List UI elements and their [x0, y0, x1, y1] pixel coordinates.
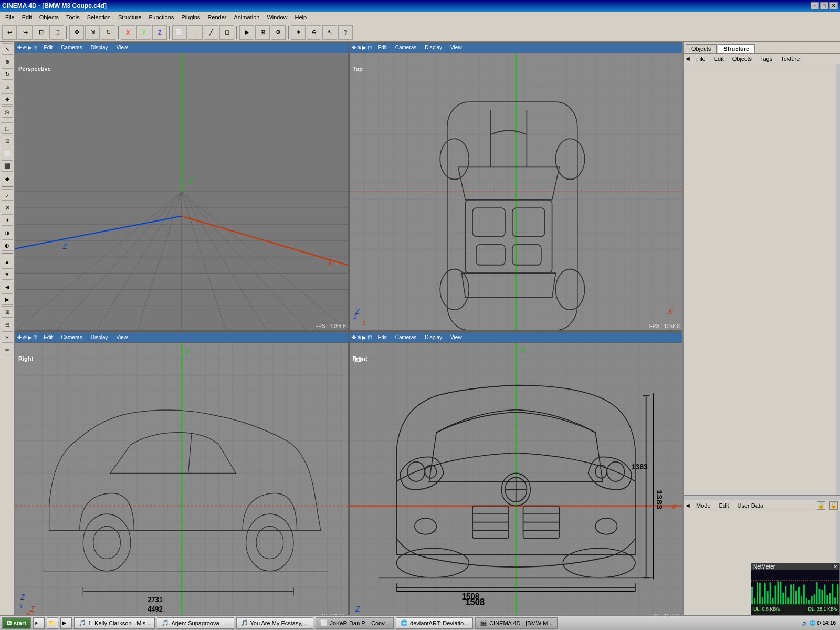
left-tool-15[interactable]: ◑ — [2, 227, 13, 238]
right-menu-icon[interactable]: ⊡ — [33, 334, 37, 340]
front-move-icon[interactable]: ✥ — [352, 334, 356, 340]
task-6[interactable]: 🎬 CINEMA 4D - [BMW M... — [475, 617, 557, 629]
right-menu-cameras[interactable]: Cameras — [59, 334, 85, 341]
left-tool-20[interactable]: ▶ — [2, 293, 13, 305]
task-5[interactable]: 🌐 deviantART: Deviatio... — [396, 617, 473, 629]
viewport-menu-icon[interactable]: ⊡ — [33, 45, 37, 50]
rect-selection-button[interactable]: ⬚ — [49, 25, 64, 40]
top-menu-edit[interactable]: Edit — [376, 44, 389, 51]
viewport-camera-icon[interactable]: ⊕ — [23, 45, 27, 50]
front-menu-view[interactable]: View — [448, 334, 464, 341]
left-tool-1[interactable]: ↖ — [2, 43, 13, 55]
object-mode-button[interactable]: ⬜ — [172, 25, 187, 40]
cursor-button[interactable]: ↖ — [322, 25, 337, 40]
render-region-button[interactable]: ⊞ — [255, 25, 270, 40]
right-menu-view[interactable]: View — [114, 334, 130, 341]
tray-icon-3[interactable]: ⚙ — [816, 620, 821, 626]
task-1[interactable]: 🎵 1. Kelly Clarkson - Mis... — [74, 617, 155, 629]
panel-menu-objects[interactable]: Objects — [730, 55, 754, 62]
media-button[interactable]: ▶ — [60, 617, 72, 629]
point-mode-button[interactable]: · — [188, 25, 203, 40]
front-menu-display[interactable]: Display — [423, 334, 444, 341]
left-tool-5[interactable]: ✥ — [2, 93, 13, 105]
front-menu-cameras[interactable]: Cameras — [393, 334, 419, 341]
edge-mode-button[interactable]: ╱ — [204, 25, 218, 40]
maximize-button[interactable]: □ — [820, 2, 828, 9]
task-4[interactable]: ⬜ JoKeR-Dan P. - Conv... — [316, 617, 394, 629]
redo-button[interactable]: ↪ — [18, 25, 33, 40]
render-settings-button[interactable]: ⚙ — [271, 25, 286, 40]
menu-help[interactable]: Help — [292, 13, 310, 22]
front-camera-icon[interactable]: ⊕ — [357, 334, 361, 340]
left-tool-7[interactable]: ⬚ — [2, 122, 13, 134]
x-axis-button[interactable]: X — [121, 25, 135, 40]
undo-button[interactable]: ↩ — [2, 25, 17, 40]
viewport-render-icon[interactable]: ▶ — [28, 45, 32, 50]
left-tool-17[interactable]: ▲ — [2, 256, 13, 267]
magnet-button[interactable]: ✦ — [291, 25, 306, 40]
userdata-menu[interactable]: User Data — [736, 502, 766, 509]
rotate-button[interactable]: ↻ — [101, 25, 116, 40]
top-menu-cameras[interactable]: Cameras — [393, 44, 419, 51]
left-tool-16[interactable]: ◐ — [2, 239, 13, 251]
lock-button[interactable]: 🔒 — [817, 501, 825, 510]
front-render-icon[interactable]: ▶ — [362, 334, 366, 340]
left-tool-8[interactable]: ⊡ — [2, 135, 13, 146]
y-axis-button[interactable]: Y — [136, 25, 151, 40]
ie-button[interactable]: e — [33, 617, 45, 629]
right-canvas[interactable]: Right — [15, 343, 348, 620]
left-tool-6[interactable]: ◎ — [2, 106, 13, 118]
left-tool-14[interactable]: ✦ — [2, 214, 13, 226]
mode-icon[interactable]: ◀ — [686, 502, 690, 508]
top-menu-icon[interactable]: ⊡ — [368, 45, 372, 50]
netmeter-close[interactable]: ✕ — [833, 564, 837, 570]
explorer-button[interactable]: 📁 — [47, 617, 58, 629]
structure-tab[interactable]: Structure — [718, 44, 755, 53]
right-render-icon[interactable]: ▶ — [28, 334, 32, 340]
z-axis-button[interactable]: Z — [152, 25, 167, 40]
right-menu-display[interactable]: Display — [89, 334, 110, 341]
menu-selection[interactable]: Selection — [84, 13, 114, 22]
left-tool-24[interactable]: ✏ — [2, 344, 13, 355]
snap-button[interactable]: ⊕ — [307, 25, 321, 40]
top-camera-icon[interactable]: ⊕ — [357, 45, 361, 50]
left-tool-4[interactable]: ⇲ — [2, 81, 13, 92]
left-tool-11[interactable]: ◆ — [2, 173, 13, 184]
minimize-button[interactable]: − — [811, 2, 819, 9]
tray-icon-1[interactable]: 🔊 — [802, 620, 808, 626]
menu-structure[interactable]: Structure — [115, 13, 145, 22]
viewport-move-icon[interactable]: ✥ — [17, 45, 22, 50]
left-tool-18[interactable]: ▼ — [2, 268, 13, 280]
left-tool-2[interactable]: ⊕ — [2, 56, 13, 67]
panel-menu-tags[interactable]: Tags — [758, 55, 774, 62]
persp-menu-view[interactable]: View — [114, 44, 130, 51]
menu-window[interactable]: Window — [264, 13, 290, 22]
panel-icon[interactable]: ◀ — [686, 56, 690, 61]
mode-menu[interactable]: Mode — [694, 502, 713, 509]
left-tool-13[interactable]: ⊠ — [2, 202, 13, 213]
front-menu-icon[interactable]: ⊡ — [368, 334, 372, 340]
front-canvas[interactable]: Front 13 — [350, 343, 682, 620]
persp-menu-display[interactable]: Display — [89, 44, 110, 51]
top-move-icon[interactable]: ✥ — [352, 45, 356, 50]
panel-menu-texture[interactable]: Texture — [779, 55, 802, 62]
menu-plugins[interactable]: Plugins — [178, 13, 203, 22]
top-render-icon[interactable]: ▶ — [362, 45, 366, 50]
right-camera-icon[interactable]: ⊕ — [23, 334, 27, 340]
left-tool-10[interactable]: ⬛ — [2, 160, 13, 172]
right-move-icon[interactable]: ✥ — [17, 334, 22, 340]
task-2[interactable]: 🎵 Arjen: Supagroova - ... — [157, 617, 234, 629]
left-tool-19[interactable]: ◀ — [2, 281, 13, 292]
live-selection-button[interactable]: ⊡ — [34, 25, 48, 40]
render-button[interactable]: ▶ — [239, 25, 254, 40]
close-button[interactable]: ✕ — [830, 2, 838, 9]
left-tool-22[interactable]: ⊟ — [2, 319, 13, 330]
left-tool-9[interactable]: ⬜ — [2, 148, 13, 159]
scale-button[interactable]: ⇲ — [85, 25, 100, 40]
menu-tools[interactable]: Tools — [63, 13, 83, 22]
task-3[interactable]: 🎵 You Are My Ecstasy, ... — [236, 617, 314, 629]
unlock-button[interactable]: 🔓 — [830, 501, 838, 510]
start-button[interactable]: ⊞ start — [2, 617, 31, 629]
move-button[interactable]: ✥ — [69, 25, 84, 40]
menu-functions[interactable]: Functions — [146, 13, 177, 22]
